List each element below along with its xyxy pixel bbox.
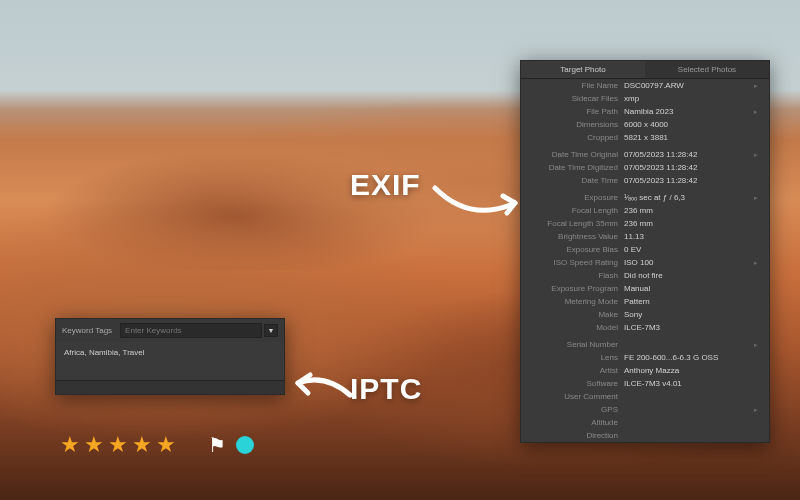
- tab-selected-photos[interactable]: Selected Photos: [645, 61, 769, 78]
- row-focal: Focal Length236 mm: [521, 204, 769, 217]
- exif-metadata-panel: Target Photo Selected Photos File NameDS…: [520, 60, 770, 443]
- keyword-tags-label: Keyword Tags: [62, 326, 112, 335]
- disclosure-icon[interactable]: ▸: [751, 406, 761, 414]
- row-file-name: File NameDSC00797.ARW▸: [521, 79, 769, 92]
- color-label-dot[interactable]: [236, 436, 254, 454]
- row-altitude: Altitude: [521, 416, 769, 429]
- row-cropped: Cropped5821 x 3881: [521, 131, 769, 144]
- disclosure-icon[interactable]: ▸: [751, 194, 761, 202]
- row-make: MakeSony: [521, 308, 769, 321]
- row-exposure: Exposure¹⁄₈₀₀ sec at ƒ / 6,3▸: [521, 191, 769, 204]
- row-direction: Direction: [521, 429, 769, 442]
- star-icon[interactable]: ★: [84, 432, 104, 458]
- row-serial: Serial Number▸: [521, 338, 769, 351]
- iptc-keywords-panel: Keyword Tags ▼ Africa, Namibia, Travel: [55, 318, 285, 395]
- row-comment: User Comment: [521, 390, 769, 403]
- star-icon[interactable]: ★: [156, 432, 176, 458]
- panel-footer: [56, 380, 284, 394]
- row-metering: Metering ModePattern: [521, 295, 769, 308]
- row-date-original: Date Time Original07/05/2023 11:28:42▸: [521, 148, 769, 161]
- star-icon[interactable]: ★: [108, 432, 128, 458]
- disclosure-icon[interactable]: ▸: [751, 259, 761, 267]
- annotation-iptc-label: IPTC: [350, 372, 422, 406]
- star-icon[interactable]: ★: [60, 432, 80, 458]
- row-bias: Exposure Bias0 EV: [521, 243, 769, 256]
- row-file-path: File PathNamibia 2023▸: [521, 105, 769, 118]
- annotation-exif-label: EXIF: [350, 168, 421, 202]
- arrow-iptc-icon: [290, 365, 360, 409]
- row-software: SoftwareILCE-7M3 v4.01: [521, 377, 769, 390]
- disclosure-icon[interactable]: ▸: [751, 341, 761, 349]
- row-gps: GPS▸: [521, 403, 769, 416]
- star-icon[interactable]: ★: [132, 432, 152, 458]
- rating-bar: ★ ★ ★ ★ ★ ⚑: [60, 432, 254, 458]
- row-sidecar: Sidecar Filesxmp: [521, 92, 769, 105]
- row-model: ModelILCE-7M3: [521, 321, 769, 334]
- row-flash: FlashDid not fire: [521, 269, 769, 282]
- row-dimensions: Dimensions6000 x 4000: [521, 118, 769, 131]
- disclosure-icon[interactable]: ▸: [751, 82, 761, 90]
- row-date-digitized: Date Time Digitized07/05/2023 11:28:42: [521, 161, 769, 174]
- row-iso: ISO Speed RatingISO 100▸: [521, 256, 769, 269]
- row-brightness: Brightness Value11.13: [521, 230, 769, 243]
- arrow-exif-icon: [430, 178, 530, 232]
- keywords-dropdown-button[interactable]: ▼: [264, 324, 278, 337]
- panel-tabs: Target Photo Selected Photos: [521, 61, 769, 79]
- disclosure-icon[interactable]: ▸: [751, 151, 761, 159]
- tab-target-photo[interactable]: Target Photo: [521, 61, 645, 78]
- keywords-list[interactable]: Africa, Namibia, Travel: [56, 342, 284, 380]
- row-date-time: Date Time07/05/2023 11:28:42: [521, 174, 769, 187]
- row-lens: LensFE 200-600...6-6.3 G OSS: [521, 351, 769, 364]
- disclosure-icon[interactable]: ▸: [751, 108, 761, 116]
- row-focal35: Focal Length 35mm236 mm: [521, 217, 769, 230]
- keywords-input[interactable]: [120, 323, 262, 338]
- flag-icon[interactable]: ⚑: [208, 433, 226, 457]
- row-program: Exposure ProgramManual: [521, 282, 769, 295]
- row-artist: ArtistAnthony Mazza: [521, 364, 769, 377]
